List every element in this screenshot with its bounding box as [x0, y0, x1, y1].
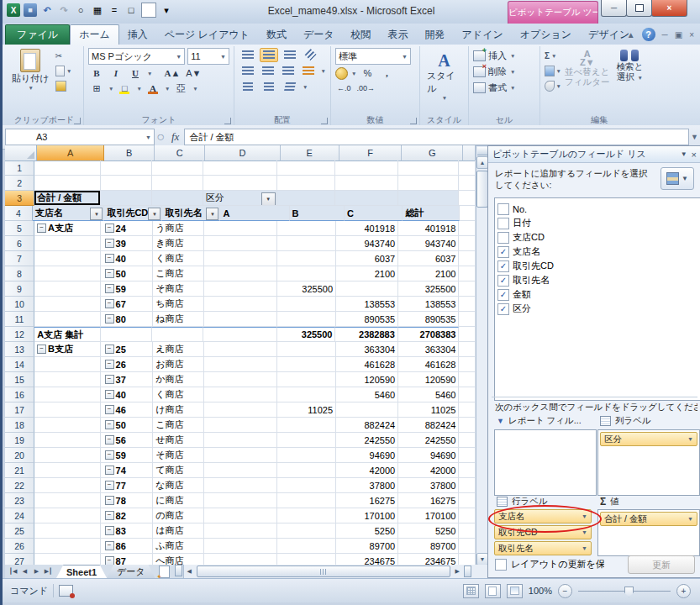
collapse-icon-cd-8[interactable]: −: [105, 269, 114, 278]
cell-D20[interactable]: [204, 448, 278, 463]
row-labels-box[interactable]: 支店名▼取引先CD▼取引先名▼: [494, 509, 592, 557]
fill-button[interactable]: ▼: [545, 65, 561, 77]
cell-H26[interactable]: [459, 539, 476, 554]
cell-G7[interactable]: 6037: [398, 251, 459, 266]
cell-G19[interactable]: 242550: [398, 433, 459, 448]
font-dialog-launcher[interactable]: [224, 118, 231, 124]
field-checkbox-支店CD[interactable]: [497, 232, 509, 244]
cell-E13[interactable]: [277, 342, 336, 357]
collapse-icon-cd-7[interactable]: −: [105, 254, 114, 263]
field-item-No.[interactable]: No.: [497, 202, 697, 216]
filter-icon-C4[interactable]: ▼: [206, 208, 218, 220]
merge-center-button[interactable]: [299, 64, 317, 78]
cell-G9[interactable]: 325500: [398, 281, 459, 297]
next-sheet-icon[interactable]: ▶: [31, 566, 42, 577]
font-color-button[interactable]: A: [145, 82, 161, 95]
defer-layout-checkbox[interactable]: [495, 559, 507, 571]
alignment-dialog-launcher[interactable]: [321, 118, 328, 124]
collapse-icon-cd-24[interactable]: −: [105, 511, 114, 520]
row-header-3[interactable]: 3: [5, 191, 34, 206]
cell-C22[interactable]: な商店: [153, 478, 204, 493]
row-header-13[interactable]: 13: [5, 342, 34, 357]
row-header-17[interactable]: 17: [5, 402, 34, 418]
cell-D17[interactable]: [204, 402, 278, 418]
cell-A10[interactable]: [34, 297, 101, 312]
pill-dropdown-icon[interactable]: ▼: [582, 529, 587, 535]
new-document-icon[interactable]: □: [124, 3, 138, 17]
scroll-up-button[interactable]: ▲: [476, 156, 488, 169]
blank-shape-icon[interactable]: [141, 3, 156, 18]
collapse-icon-cd-19[interactable]: −: [105, 435, 114, 445]
cell-F11[interactable]: 890535: [336, 312, 398, 327]
insert-worksheet-tab[interactable]: [155, 565, 174, 578]
formula-input[interactable]: 合計 / 金額: [184, 129, 689, 145]
cell-C11[interactable]: ね商店: [153, 312, 204, 327]
pill-dropdown-icon[interactable]: ▼: [582, 513, 587, 519]
row-header-23[interactable]: 23: [5, 493, 34, 508]
cell-E8[interactable]: [277, 266, 336, 281]
cell-G1[interactable]: [398, 160, 460, 176]
cut-button[interactable]: ✂: [55, 50, 72, 62]
cell-H12[interactable]: [459, 327, 476, 342]
cell-B15[interactable]: −37: [101, 372, 154, 387]
cell-B21[interactable]: −74: [101, 463, 154, 478]
cell-B22[interactable]: −77: [101, 478, 154, 493]
collapse-icon-cd-15[interactable]: −: [105, 375, 114, 384]
cell-H10[interactable]: [459, 297, 476, 312]
cell-G24[interactable]: 170100: [398, 508, 459, 523]
cell-A11[interactable]: [34, 312, 101, 327]
row-header-8[interactable]: 8: [5, 266, 34, 281]
collapse-icon-cd-11[interactable]: −: [105, 314, 114, 324]
cell-E12[interactable]: 325500: [277, 327, 336, 342]
autosum-button[interactable]: Σ▼: [545, 50, 561, 62]
horizontal-scroll-thumb[interactable]: [197, 566, 450, 577]
cell-F13[interactable]: 363304: [336, 342, 398, 357]
expand-formula-bar-icon[interactable]: ▼: [689, 133, 700, 141]
collapse-icon-cd-23[interactable]: −: [105, 496, 114, 505]
cell-B11[interactable]: −80: [101, 312, 154, 327]
zoom-slider[interactable]: [578, 591, 671, 592]
tab-データ[interactable]: データ: [295, 25, 343, 45]
cell-D5[interactable]: [204, 221, 278, 236]
doc-minimize-icon[interactable]: ─: [662, 30, 668, 39]
row-header-14[interactable]: 14: [5, 357, 34, 372]
tab-表示[interactable]: 表示: [380, 25, 417, 45]
horizontal-scrollbar[interactable]: ◀ ▶: [183, 565, 487, 578]
cell-A27[interactable]: [34, 554, 101, 565]
collapse-icon-cd-9[interactable]: −: [105, 284, 114, 293]
cell-E24[interactable]: [277, 508, 336, 523]
scrollbar-split-handle[interactable]: [464, 566, 471, 577]
align-left-button[interactable]: [239, 64, 256, 78]
field-checkbox-区分[interactable]: ✓: [497, 303, 509, 315]
cell-H16[interactable]: [459, 387, 476, 402]
cell-C21[interactable]: て商店: [153, 463, 204, 478]
delete-cells-button[interactable]: 削除▼: [473, 64, 535, 80]
field-item-取引先CD[interactable]: ✓取引先CD: [497, 259, 697, 273]
cell-D27[interactable]: [204, 554, 278, 565]
row-header-4[interactable]: 4: [5, 206, 33, 221]
cell-D3[interactable]: 区分▼: [203, 191, 277, 206]
first-sheet-icon[interactable]: ┃◀: [8, 566, 18, 577]
redo-icon[interactable]: ↷: [57, 3, 71, 17]
row-header-26[interactable]: 26: [5, 539, 34, 554]
equals-icon[interactable]: =: [108, 3, 121, 17]
cell-B4[interactable]: 取引先CD▼: [104, 206, 162, 221]
values-box[interactable]: 合計 / 金額▼: [597, 509, 700, 556]
cell-A19[interactable]: [34, 433, 101, 448]
cell-B16[interactable]: −40: [101, 387, 154, 402]
tab-数式[interactable]: 数式: [258, 25, 295, 45]
cell-G26[interactable]: 89700: [398, 539, 459, 554]
row-header-15[interactable]: 15: [5, 372, 34, 387]
orientation-button[interactable]: [302, 48, 320, 62]
cell-H20[interactable]: [459, 448, 476, 463]
font-size-select[interactable]: 11▼: [187, 48, 229, 65]
cell-H15[interactable]: [459, 372, 476, 387]
cell-D1[interactable]: [203, 160, 277, 176]
cell-C24[interactable]: の商店: [153, 508, 204, 523]
undo-icon[interactable]: ↶: [40, 3, 54, 17]
column-header-A[interactable]: A: [37, 145, 104, 161]
cell-E25[interactable]: [277, 523, 336, 539]
increase-decimal-button[interactable]: ←.0: [335, 82, 353, 95]
field-item-金額[interactable]: ✓金額: [497, 287, 697, 302]
cell-D21[interactable]: [204, 463, 278, 478]
